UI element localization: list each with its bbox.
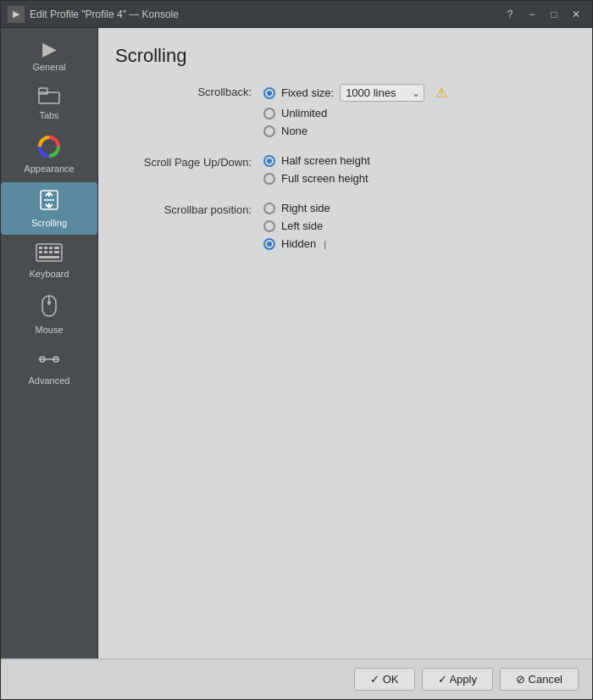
window-title: Edit Profile "Profile 4" — Konsole: [30, 8, 179, 20]
cancel-button[interactable]: ⊘ Cancel: [500, 668, 579, 691]
scrollback-fixed-radio[interactable]: [263, 87, 275, 99]
scroll-page-group: Scroll Page Up/Down: Half screen height …: [115, 154, 567, 185]
half-screen-row: Half screen height: [263, 154, 370, 167]
sidebar-item-keyboard[interactable]: Keyboard: [1, 236, 97, 286]
full-screen-row: Full screen height: [263, 172, 370, 185]
sidebar-label-general: General: [32, 62, 65, 72]
sidebar-label-scrolling: Scrolling: [31, 218, 67, 228]
sidebar-item-scrolling[interactable]: Scrolling: [1, 182, 97, 235]
scrollback-group: Scrollback: Fixed size: 1000 lines: [115, 84, 567, 137]
sidebar-item-general[interactable]: ▶ General: [1, 33, 97, 79]
sidebar-item-tabs[interactable]: Tabs: [1, 81, 97, 127]
scrollback-unlimited-row: Unlimited: [263, 107, 447, 119]
scrollbar-options: Right side Left side Hidden |: [263, 202, 330, 250]
content-area: ▶ General Tabs: [1, 28, 592, 658]
cursor-indicator: |: [324, 239, 326, 249]
sidebar-label-tabs: Tabs: [39, 110, 58, 120]
settings-content: Scrollback: Fixed size: 1000 lines: [115, 84, 567, 642]
svg-rect-16: [39, 251, 42, 253]
scrollback-none-radio[interactable]: [263, 125, 275, 137]
maximize-button[interactable]: □: [545, 5, 563, 24]
lines-select[interactable]: 1000 lines 100 lines 500 lines 2000 line…: [340, 84, 424, 102]
right-side-radio[interactable]: [263, 203, 275, 214]
full-screen-radio[interactable]: [263, 173, 275, 185]
scrollbar-group: Scrollbar position: Right side Left side: [115, 202, 567, 250]
sidebar-item-advanced[interactable]: Advanced: [1, 343, 97, 392]
scrollback-label: Scrollback:: [115, 84, 263, 98]
scroll-page-label: Scroll Page Up/Down:: [115, 154, 263, 169]
scrollback-unlimited-radio[interactable]: [263, 108, 275, 119]
close-button[interactable]: ✕: [567, 5, 585, 24]
apply-button[interactable]: ✓ Apply: [422, 668, 493, 691]
svg-point-23: [47, 301, 51, 304]
sidebar: ▶ General Tabs: [1, 28, 98, 658]
sidebar-label-keyboard: Keyboard: [29, 269, 69, 279]
lines-select-wrapper: 1000 lines 100 lines 500 lines 2000 line…: [340, 84, 424, 102]
svg-rect-19: [54, 251, 59, 253]
help-button[interactable]: ?: [501, 5, 519, 24]
full-screen-label: Full screen height: [281, 172, 369, 185]
sidebar-item-appearance[interactable]: Appearance: [1, 129, 97, 181]
right-side-row: Right side: [263, 202, 330, 214]
half-screen-label: Half screen height: [281, 154, 370, 167]
warning-icon: ⚠: [435, 85, 447, 101]
hidden-row: Hidden |: [263, 237, 330, 250]
svg-rect-12: [39, 247, 42, 249]
appearance-icon: [38, 136, 60, 160]
svg-rect-14: [49, 247, 53, 249]
left-side-row: Left side: [263, 219, 330, 232]
hidden-radio[interactable]: [263, 238, 275, 250]
left-side-label: Left side: [281, 219, 323, 232]
hidden-label: Hidden: [281, 237, 316, 250]
scrolling-icon: [39, 189, 59, 214]
svg-rect-18: [49, 251, 53, 253]
app-icon: ▶: [8, 6, 25, 23]
left-side-radio[interactable]: [263, 220, 275, 232]
titlebar-left: ▶ Edit Profile "Profile 4" — Konsole: [8, 6, 179, 23]
scroll-page-row: Scroll Page Up/Down: Half screen height …: [115, 154, 567, 185]
page-title: Scrolling: [115, 45, 567, 67]
sidebar-label-appearance: Appearance: [24, 164, 74, 174]
scrollback-row: Scrollback: Fixed size: 1000 lines: [115, 84, 567, 137]
scrollbar-label: Scrollbar position:: [115, 202, 263, 216]
scrollback-none-row: None: [263, 125, 447, 137]
sidebar-label-advanced: Advanced: [29, 375, 70, 386]
svg-rect-1: [39, 88, 47, 94]
scrollback-fixed-label: Fixed size:: [281, 86, 334, 99]
scrollback-options: Fixed size: 1000 lines 100 lines 500 lin…: [263, 84, 447, 137]
scrollback-none-label: None: [281, 125, 308, 137]
svg-rect-15: [54, 247, 59, 249]
tabs-icon: [38, 87, 60, 107]
main-window: ▶ Edit Profile "Profile 4" — Konsole ? −…: [0, 0, 593, 700]
bottom-bar: ✓ OK ✓ Apply ⊘ Cancel: [1, 658, 592, 699]
right-side-label: Right side: [281, 202, 330, 214]
sidebar-label-mouse: Mouse: [35, 325, 63, 335]
ok-button[interactable]: ✓ OK: [354, 668, 414, 691]
half-screen-radio[interactable]: [263, 155, 275, 167]
svg-rect-20: [39, 256, 59, 258]
minimize-button[interactable]: −: [523, 5, 541, 24]
keyboard-icon: [36, 243, 63, 265]
scroll-page-options: Half screen height Full screen height: [263, 154, 370, 185]
sidebar-item-mouse[interactable]: Mouse: [1, 287, 97, 342]
svg-rect-13: [44, 247, 47, 249]
scrollback-unlimited-label: Unlimited: [281, 107, 327, 119]
scrollback-fixed-row: Fixed size: 1000 lines 100 lines 500 lin…: [263, 84, 447, 102]
general-icon: ▶: [42, 40, 57, 58]
titlebar-controls: ? − □ ✕: [501, 5, 585, 24]
mouse-icon: [41, 294, 58, 321]
scrollbar-row: Scrollbar position: Right side Left side: [115, 202, 567, 250]
svg-rect-17: [44, 251, 47, 253]
main-panel: Scrolling Scrollback: Fixed size:: [98, 28, 592, 658]
advanced-icon: [38, 350, 60, 372]
titlebar: ▶ Edit Profile "Profile 4" — Konsole ? −…: [1, 1, 592, 28]
